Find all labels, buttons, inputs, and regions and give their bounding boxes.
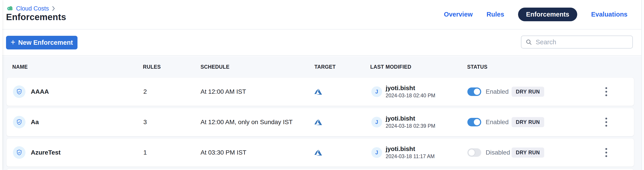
kebab-dot — [605, 94, 607, 96]
cloud-costs-icon: $ — [6, 6, 13, 12]
tab-evaluations[interactable]: Evaluations — [591, 11, 628, 18]
column-header-name: NAME — [12, 64, 28, 70]
dry-run-badge: DRY RUN — [512, 148, 544, 158]
last-modified-cell: jyoti.bisht 2024-03-18 02:39 PM — [386, 115, 436, 129]
enforcements-table: NAME RULES SCHEDULE TARGET LAST MODIFIED… — [0, 56, 644, 170]
modified-at: 2024-03-18 11:17 AM — [386, 154, 435, 159]
avatar: J — [371, 147, 382, 158]
new-enforcement-button-label: New Enforcement — [18, 39, 73, 46]
toggle-knob — [473, 88, 481, 95]
search-input[interactable] — [535, 38, 628, 46]
kebab-dot — [605, 148, 607, 150]
search-box — [521, 36, 633, 49]
kebab-dot — [605, 91, 607, 93]
modified-by: jyoti.bisht — [386, 85, 436, 92]
azure-icon — [314, 88, 322, 95]
table-row-partial[interactable] — [6, 169, 634, 170]
kebab-dot — [605, 87, 607, 89]
enforcement-name: AAAA — [31, 88, 49, 95]
kebab-dot — [605, 155, 607, 157]
rules-count: 3 — [143, 119, 147, 126]
tab-enforcements[interactable]: Enforcements — [518, 8, 577, 21]
search-icon — [526, 39, 532, 45]
column-header-status: STATUS — [467, 64, 488, 70]
table-row[interactable]: AzureTest 1 At 03:30 PM IST J jyoti.bish… — [6, 138, 634, 167]
breadcrumb-link-label[interactable]: Cloud Costs — [16, 5, 49, 12]
kebab-dot — [605, 125, 607, 127]
column-header-last-modified: LAST MODIFIED — [370, 64, 411, 70]
schedule-text: At 12:00 AM, only on Sunday IST — [200, 119, 292, 126]
chevron-right-icon — [52, 6, 55, 11]
shield-check-icon — [13, 116, 26, 128]
dry-run-badge: DRY RUN — [512, 117, 544, 127]
avatar: J — [371, 117, 382, 127]
row-menu-button[interactable] — [602, 85, 611, 99]
column-header-schedule: SCHEDULE — [200, 64, 230, 70]
kebab-dot — [605, 118, 607, 119]
svg-text:$: $ — [8, 7, 10, 10]
column-header-target: TARGET — [314, 64, 336, 70]
status-toggle[interactable] — [467, 118, 481, 126]
avatar: J — [371, 86, 382, 97]
plus-icon: + — [11, 38, 16, 46]
tab-overview[interactable]: Overview — [444, 11, 473, 18]
status-label: Enabled — [486, 88, 509, 95]
breadcrumb[interactable]: $ Cloud Costs — [6, 5, 55, 13]
enforcement-name: AzureTest — [31, 149, 60, 156]
page-header: $ Cloud Costs Enforcements Overview Rule… — [0, 0, 644, 30]
shield-check-icon — [13, 146, 26, 159]
modified-by: jyoti.bisht — [386, 146, 435, 152]
rules-count: 2 — [143, 88, 147, 95]
modified-at: 2024-03-18 02:39 PM — [386, 123, 436, 129]
azure-icon — [314, 149, 322, 156]
table-row[interactable]: AAAA 2 At 12:00 AM IST J jyoti.bisht 202… — [6, 78, 634, 106]
tab-rules[interactable]: Rules — [486, 11, 504, 18]
new-enforcement-button[interactable]: + New Enforcement — [6, 36, 78, 49]
rules-count: 1 — [143, 149, 147, 156]
schedule-text: At 12:00 AM IST — [200, 88, 246, 95]
kebab-dot — [605, 121, 607, 123]
toggle-knob — [468, 149, 476, 156]
table-row[interactable]: Aa 3 At 12:00 AM, only on Sunday IST J j… — [6, 108, 634, 136]
column-header-rules: RULES — [143, 64, 161, 70]
modified-by: jyoti.bisht — [386, 115, 436, 122]
status-label: Disabled — [486, 149, 510, 156]
toggle-knob — [473, 118, 481, 126]
status-label: Enabled — [486, 119, 509, 126]
last-modified-cell: jyoti.bisht 2024-03-18 02:40 PM — [386, 85, 436, 98]
dry-run-badge: DRY RUN — [512, 87, 544, 97]
last-modified-cell: jyoti.bisht 2024-03-18 11:17 AM — [386, 146, 435, 159]
toolbar: + New Enforcement — [0, 30, 644, 56]
left-edge-panel — [0, 0, 2, 170]
scrollbar-track[interactable] — [641, 0, 644, 170]
modified-at: 2024-03-18 02:40 PM — [386, 93, 436, 98]
shield-check-icon — [13, 85, 26, 98]
schedule-text: At 03:30 PM IST — [200, 149, 246, 156]
status-toggle[interactable] — [467, 87, 481, 96]
tab-bar: Overview Rules Enforcements Evaluations — [444, 8, 628, 21]
status-toggle[interactable] — [467, 148, 481, 157]
kebab-dot — [605, 152, 607, 153]
row-menu-button[interactable] — [602, 145, 611, 160]
page-title: Enforcements — [6, 12, 66, 22]
enforcements-page: $ Cloud Costs Enforcements Overview Rule… — [0, 0, 644, 170]
row-menu-button[interactable] — [602, 115, 611, 129]
enforcement-name: Aa — [31, 119, 39, 126]
azure-icon — [314, 118, 322, 126]
